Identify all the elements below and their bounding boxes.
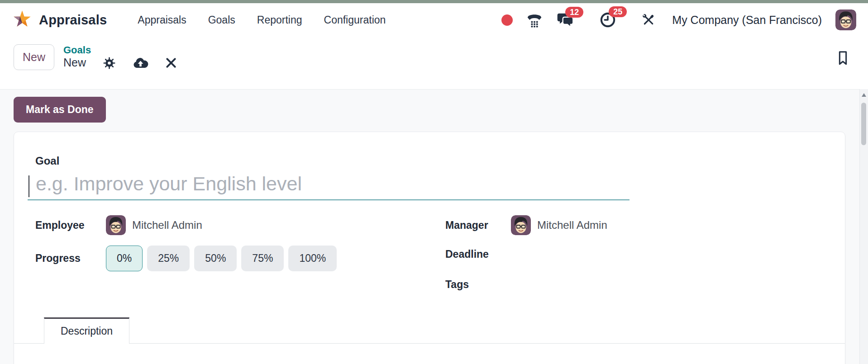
notebook-divider — [14, 343, 845, 344]
user-avatar[interactable] — [835, 9, 856, 30]
discard-x-icon[interactable] — [166, 57, 176, 68]
deadline-input[interactable] — [511, 247, 610, 261]
goal-input-wrap — [28, 172, 630, 200]
app-brand[interactable]: Appraisals — [12, 9, 107, 30]
window-top-strip — [0, 0, 868, 3]
new-button[interactable]: New — [14, 44, 54, 70]
scrollbar-thumb[interactable] — [861, 103, 866, 145]
activities-clock-icon[interactable]: 25 — [600, 12, 616, 28]
deadline-field-row: Deadline — [445, 247, 610, 261]
settings-gear-icon[interactable] — [103, 57, 115, 69]
progress-options: 0% 25% 50% 75% 100% — [106, 246, 337, 271]
employee-label: Employee — [35, 219, 106, 232]
employee-avatar — [106, 215, 126, 235]
app-title: Appraisals — [39, 13, 107, 28]
progress-option[interactable]: 25% — [147, 246, 190, 271]
main-menu: Appraisals Goals Reporting Configuration — [127, 14, 396, 26]
company-switcher[interactable]: My Company (San Francisco) — [672, 14, 822, 27]
messages-count-badge: 12 — [565, 7, 583, 18]
manager-field-row: Manager Mitchell Admin — [445, 215, 607, 235]
record-dot-icon — [501, 14, 513, 26]
voip-phone-icon[interactable] — [526, 13, 543, 28]
deadline-label: Deadline — [445, 248, 511, 260]
progress-option[interactable]: 100% — [288, 246, 337, 271]
app-window: Appraisals Appraisals Goals Reporting Co… — [0, 0, 868, 364]
progress-option[interactable]: 50% — [194, 246, 237, 271]
vertical-scrollbar[interactable] — [859, 89, 868, 364]
main-navbar: Appraisals Appraisals Goals Reporting Co… — [0, 3, 868, 37]
breadcrumb: Goals New — [63, 44, 176, 69]
messages-icon[interactable]: 12 — [556, 12, 574, 28]
progress-label: Progress — [35, 252, 106, 265]
menu-reporting[interactable]: Reporting — [246, 14, 313, 26]
menu-goals[interactable]: Goals — [197, 14, 246, 26]
save-cloud-icon[interactable] — [133, 57, 148, 69]
breadcrumb-current: New — [63, 57, 86, 69]
text-cursor — [29, 175, 29, 197]
manager-label: Manager — [445, 219, 511, 232]
mark-as-done-button[interactable]: Mark as Done — [14, 97, 106, 123]
debug-tools-icon[interactable] — [641, 13, 656, 27]
menu-appraisals[interactable]: Appraisals — [127, 14, 197, 26]
manager-name: Mitchell Admin — [537, 219, 607, 232]
bookmark-icon[interactable] — [837, 51, 849, 66]
activities-count-badge: 25 — [609, 6, 627, 17]
employee-field-row: Employee Mitchell Admin — [35, 215, 202, 235]
manager-avatar — [511, 215, 531, 235]
tags-field-row: Tags — [445, 278, 610, 291]
menu-configuration[interactable]: Configuration — [313, 14, 397, 26]
employee-name: Mitchell Admin — [132, 219, 202, 232]
tags-input[interactable] — [511, 278, 610, 291]
progress-field-row: Progress 0% 25% 50% 75% 100% — [35, 246, 337, 271]
appraisals-star-icon — [12, 9, 33, 30]
goal-field-label: Goal — [35, 155, 59, 167]
progress-option[interactable]: 75% — [241, 246, 284, 271]
employee-value[interactable]: Mitchell Admin — [106, 215, 202, 235]
breadcrumb-goals-link[interactable]: Goals — [63, 44, 176, 56]
form-view-body: Mark as Done Goal Employee — [0, 89, 868, 364]
systray: 12 25 My Company (San Francisco) — [501, 9, 856, 30]
goal-form-card: Goal Employee — [14, 132, 845, 364]
manager-value[interactable]: Mitchell Admin — [511, 215, 607, 235]
tab-description[interactable]: Description — [44, 317, 129, 344]
progress-option[interactable]: 0% — [106, 246, 143, 271]
control-panel: New Goals New — [14, 44, 849, 75]
tags-label: Tags — [445, 279, 511, 291]
scroll-up-arrow-icon[interactable] — [862, 93, 866, 97]
goal-title-input[interactable] — [28, 172, 630, 200]
